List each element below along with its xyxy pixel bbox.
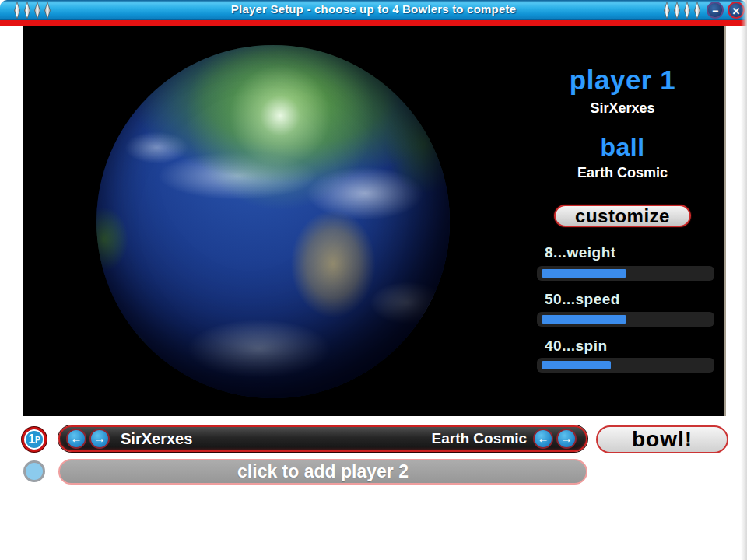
player2-indicator (23, 460, 45, 482)
player1-badge: 1P (22, 427, 47, 452)
weight-slider-label: 8...weight (545, 244, 616, 261)
ball-preview-viewport: player 1 SirXerxes ball Earth Cosmic cus… (23, 26, 726, 416)
window-right-edge (741, 0, 747, 560)
weight-slider-fill (542, 269, 626, 278)
roster-player-name: SirXerxes (121, 430, 192, 448)
player-setup-window: { "titlebar": { "title": "Player Setup -… (0, 0, 747, 560)
ball-name-label: Earth Cosmic (498, 165, 747, 181)
player1-roster-bar: ← → SirXerxes Earth Cosmic ← → (58, 425, 587, 452)
add-player2-button[interactable]: click to add player 2 (58, 459, 587, 485)
customize-button[interactable]: customize (554, 205, 691, 227)
spin-slider[interactable] (537, 358, 714, 373)
bowl-button[interactable]: bowl! (596, 425, 728, 453)
player-heading: player 1 (498, 65, 747, 96)
speed-slider[interactable] (537, 312, 714, 327)
prev-name-button[interactable]: ← (66, 429, 86, 449)
window-title: Player Setup - choose up to 4 Bowlers to… (0, 2, 747, 16)
next-name-button[interactable]: → (89, 429, 110, 449)
roster-ball-name: Earth Cosmic (432, 430, 527, 447)
speed-slider-label: 50...speed (545, 291, 620, 308)
titlebar: Player Setup - choose up to 4 Bowlers to… (0, 0, 747, 20)
prev-ball-button[interactable]: ← (533, 429, 553, 449)
minimize-button[interactable]: − (707, 2, 724, 19)
next-ball-button[interactable]: → (556, 429, 577, 449)
spin-slider-fill (542, 361, 611, 369)
speed-slider-fill (542, 315, 626, 324)
weight-slider[interactable] (537, 266, 714, 281)
spin-slider-label: 40...spin (545, 338, 608, 355)
ball-heading: ball (498, 133, 747, 162)
bowling-pins-icon (662, 2, 704, 19)
player1-badge-suffix: P (35, 436, 40, 444)
bowling-ball-earth-preview (96, 45, 450, 398)
player1-badge-number: 1 (28, 432, 35, 446)
player-name-label: SirXerxes (498, 100, 747, 117)
titlebar-red-stripe (0, 20, 747, 26)
